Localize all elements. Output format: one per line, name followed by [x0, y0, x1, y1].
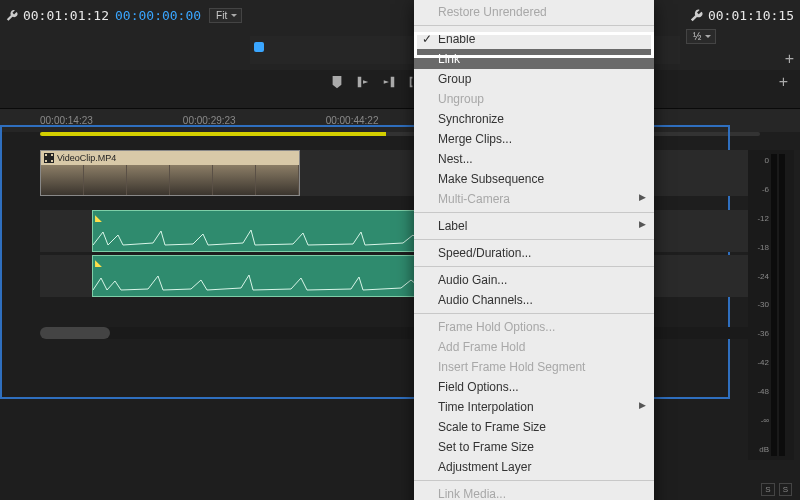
- meter-bar-right: [779, 154, 785, 456]
- menu-field-options[interactable]: Field Options...: [414, 377, 654, 397]
- menu-speed-duration[interactable]: Speed/Duration...: [414, 243, 654, 263]
- context-menu: Restore Unrendered Enable Link Group Ung…: [414, 0, 654, 500]
- menu-audio-channels[interactable]: Audio Channels...: [414, 290, 654, 310]
- solo-button[interactable]: S: [761, 483, 774, 496]
- add-button[interactable]: +: [785, 50, 794, 68]
- in-icon[interactable]: [356, 75, 370, 89]
- svg-rect-4: [51, 160, 53, 162]
- ruler-mark: 00:00:44:22: [326, 115, 379, 126]
- fit-dropdown[interactable]: Fit: [209, 8, 242, 23]
- svg-rect-2: [51, 154, 53, 156]
- video-clip[interactable]: VideoClip.MP4: [40, 150, 300, 196]
- menu-time-interpolation[interactable]: Time Interpolation: [414, 397, 654, 417]
- menu-scale-to-frame-size[interactable]: Scale to Frame Size: [414, 417, 654, 437]
- sequence-timecode[interactable]: 00:00:00:00: [115, 8, 201, 23]
- menu-link[interactable]: Link: [414, 49, 654, 69]
- menu-set-to-frame-size[interactable]: Set to Frame Size: [414, 437, 654, 457]
- menu-synchronize[interactable]: Synchronize: [414, 109, 654, 129]
- tracks-area: VideoClip.MP4 ◣ ◣: [0, 134, 800, 297]
- scrollbar-thumb[interactable]: [40, 327, 110, 339]
- audio-clip-1[interactable]: ◣: [92, 210, 422, 252]
- menu-add-frame-hold: Add Frame Hold: [414, 337, 654, 357]
- playhead-icon[interactable]: [254, 42, 264, 52]
- source-timecode: 00:01:01:12: [23, 8, 109, 23]
- top-bar: 00:01:01:12 00:00:00:00 Fit 00:01:10:15 …: [0, 0, 800, 70]
- waveform-icon: [93, 227, 423, 247]
- clip-thumbnails: [41, 165, 299, 195]
- wrench-icon[interactable]: [690, 9, 704, 23]
- menu-enable[interactable]: Enable: [414, 29, 654, 49]
- program-panel: 00:01:10:15 ½ +: [680, 0, 800, 70]
- out-icon[interactable]: [382, 75, 396, 89]
- wrench-icon[interactable]: [6, 9, 19, 23]
- program-timecode: 00:01:10:15: [708, 8, 794, 23]
- clip-edge-icon: ◣: [95, 258, 102, 268]
- solo-button[interactable]: S: [779, 483, 792, 496]
- menu-ungroup: Ungroup: [414, 89, 654, 109]
- ruler-mark: 00:00:29:23: [183, 115, 236, 126]
- svg-rect-3: [45, 160, 47, 162]
- menu-audio-gain[interactable]: Audio Gain...: [414, 270, 654, 290]
- menu-group[interactable]: Group: [414, 69, 654, 89]
- clip-edge-icon: ◣: [95, 213, 102, 223]
- menu-multicamera: Multi-Camera: [414, 189, 654, 209]
- fit-dropdown-program[interactable]: ½: [686, 29, 716, 44]
- meter-solo-buttons: S S: [761, 483, 792, 496]
- menu-label[interactable]: Label: [414, 216, 654, 236]
- source-panel: 00:01:01:12: [0, 0, 115, 70]
- audio-meters: 0-6-12-18-24-30-36-42-48-∞dB: [748, 150, 794, 460]
- svg-rect-1: [45, 154, 47, 156]
- menu-frame-hold-options: Frame Hold Options...: [414, 317, 654, 337]
- clip-label: VideoClip.MP4: [57, 153, 116, 163]
- menu-link-media: Link Media...: [414, 484, 654, 500]
- film-icon: [44, 153, 54, 163]
- meter-bar-left: [771, 154, 777, 456]
- ruler-mark: 00:00:14:23: [40, 115, 93, 126]
- menu-make-subsequence[interactable]: Make Subsequence: [414, 169, 654, 189]
- waveform-icon: [93, 272, 423, 292]
- meter-scale: 0-6-12-18-24-30-36-42-48-∞dB: [751, 154, 769, 456]
- add-button-2[interactable]: +: [779, 73, 788, 91]
- menu-nest[interactable]: Nest...: [414, 149, 654, 169]
- toolbar-icons: [330, 75, 422, 89]
- marker-icon[interactable]: [330, 75, 344, 89]
- menu-insert-frame-hold-segment: Insert Frame Hold Segment: [414, 357, 654, 377]
- menu-restore-unrendered: Restore Unrendered: [414, 2, 654, 22]
- timeline-ruler[interactable]: 00:00:14:23 00:00:29:23 00:00:44:22: [0, 108, 800, 132]
- audio-clip-2[interactable]: ◣: [92, 255, 422, 297]
- menu-adjustment-layer[interactable]: Adjustment Layer: [414, 457, 654, 477]
- menu-merge-clips[interactable]: Merge Clips...: [414, 129, 654, 149]
